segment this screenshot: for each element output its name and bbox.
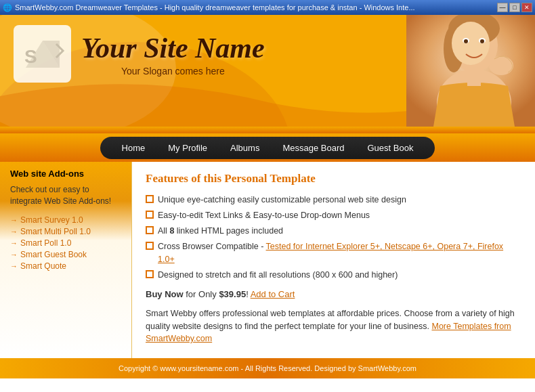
sidebar-link-guestbook[interactable]: → Smart Guest Book [10, 250, 121, 259]
features-title: Features of this Personal Template [146, 172, 521, 186]
portrait-svg [406, 15, 535, 127]
sidebar-description: Check out our easy to integrate Web Site… [10, 184, 121, 207]
arrow-icon-4: → [10, 251, 18, 259]
sidebar-link-multipoll[interactable]: → Smart Multi Poll 1.0 [10, 227, 121, 236]
close-button[interactable]: ✕ [521, 3, 532, 12]
price-text: $39.95 [219, 289, 246, 299]
logo-icon: S [14, 25, 71, 83]
main-content: Features of this Personal Template Uniqu… [132, 162, 535, 358]
body-layout: Web site Add-ons Check out our easy to i… [0, 162, 535, 358]
orange-band [0, 127, 535, 133]
buy-section: Buy Now for Only $39.95! Add to Cart [146, 289, 521, 299]
title-bar: 🌐 SmartWebby.com Dreamweaver Templates -… [0, 0, 535, 15]
feature-text-5: Designed to stretch and fit all resoluti… [158, 269, 398, 281]
sidebar-link-label-3: Smart Poll 1.0 [20, 238, 71, 248]
arrow-icon-3: → [10, 239, 18, 247]
maximize-button[interactable]: □ [509, 3, 520, 12]
svg-point-14 [464, 39, 468, 43]
feature-text-2: Easy-to-edit Text Links & Easy-to-use Dr… [158, 209, 370, 221]
sidebar-link-quote[interactable]: → Smart Quote [10, 261, 121, 271]
titlebar-text: SmartWebby.com Dreamweaver Templates - H… [15, 3, 497, 12]
svg-text:S: S [24, 46, 37, 67]
bullet-icon-5 [146, 270, 154, 278]
buy-now-label[interactable]: Buy Now [146, 289, 184, 299]
site-name-area: Your Site Name Your Slogan comes here [81, 32, 265, 77]
feature-text-1: Unique eye-catching easily customizable … [158, 194, 406, 206]
svg-point-11 [452, 22, 490, 65]
footer: Copyright © www.yoursitename.com - All R… [0, 358, 535, 378]
logo-svg: S [19, 30, 66, 78]
browser-compat-link[interactable]: Tested for Internet Explorer 5+, Netscap… [158, 242, 503, 263]
sidebar-link-poll[interactable]: → Smart Poll 1.0 [10, 238, 121, 248]
main-wrapper: S Your Site Name Your Slogan comes here [0, 15, 535, 392]
feature-item-1: Unique eye-catching easily customizable … [146, 194, 521, 206]
sidebar-link-label-5: Smart Quote [20, 261, 66, 271]
sidebar-link-label-1: Smart Survey 1.0 [20, 215, 83, 225]
feature-item-2: Easy-to-edit Text Links & Easy-to-use Dr… [146, 209, 521, 221]
feature-item-3: All 8 linked HTML pages included [146, 225, 521, 237]
buy-for-text: for Only [186, 289, 219, 299]
site-name: Your Site Name [81, 32, 265, 64]
sidebar-title: Web site Add-ons [10, 169, 121, 179]
nav-item-guest-book[interactable]: Guest Book [359, 141, 421, 155]
bold-8: 8 [169, 226, 174, 236]
sidebar: Web site Add-ons Check out our easy to i… [0, 162, 132, 358]
nav-item-message-board[interactable]: Message Board [274, 141, 352, 155]
svg-rect-17 [467, 69, 481, 86]
sidebar-link-label-2: Smart Multi Poll 1.0 [20, 227, 91, 236]
site-slogan: Your Slogan comes here [81, 66, 265, 77]
footer-text: Copyright © www.yoursitename.com - All R… [119, 364, 416, 372]
bullet-icon-4 [146, 242, 154, 250]
nav-item-albums[interactable]: Albums [222, 141, 268, 155]
sidebar-link-label-4: Smart Guest Book [20, 250, 87, 259]
nav-wrapper: Home My Profile Albums Message Board Gue… [0, 133, 535, 162]
nav-bar: Home My Profile Albums Message Board Gue… [100, 137, 435, 159]
header: S Your Site Name Your Slogan comes here [0, 15, 535, 127]
bullet-icon-2 [146, 211, 154, 219]
add-to-cart-link[interactable]: Add to Cart [251, 289, 295, 299]
arrow-icon-5: → [10, 262, 18, 270]
nav-item-profile[interactable]: My Profile [160, 141, 215, 155]
feature-item-4: Cross Browser Compatible - Tested for In… [146, 240, 521, 265]
bullet-icon-3 [146, 226, 154, 234]
arrow-icon-1: → [10, 216, 18, 224]
feature-text-4: Cross Browser Compatible - Tested for In… [158, 240, 521, 265]
sidebar-link-survey1[interactable]: → Smart Survey 1.0 [10, 215, 121, 225]
minimize-button[interactable]: — [497, 3, 508, 12]
titlebar-buttons: — □ ✕ [497, 3, 532, 12]
description-text: Smart Webby offers professional web temp… [146, 307, 521, 345]
logo-area: S Your Site Name Your Slogan comes here [14, 25, 265, 83]
titlebar-icon: 🌐 [3, 3, 12, 12]
nav-item-home[interactable]: Home [114, 141, 154, 155]
feature-text-3: All 8 linked HTML pages included [158, 225, 283, 237]
header-photo [406, 15, 535, 127]
bullet-icon-1 [146, 195, 154, 203]
arrow-icon-2: → [10, 227, 18, 236]
feature-item-5: Designed to stretch and fit all resoluti… [146, 269, 521, 281]
svg-point-15 [480, 39, 484, 43]
features-list: Unique eye-catching easily customizable … [146, 194, 521, 281]
